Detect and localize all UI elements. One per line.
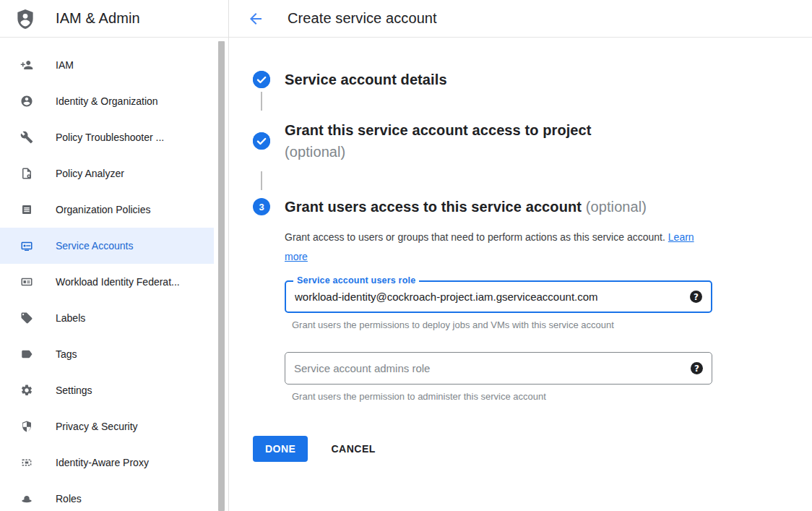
- sidebar-item-label: Policy Analyzer: [56, 168, 124, 179]
- topbar: Create service account: [229, 0, 812, 38]
- sidebar-scrollbar-thumb[interactable]: [218, 41, 225, 511]
- wrench-icon: [20, 131, 33, 144]
- step-3-body: Grant access to users or groups that nee…: [285, 228, 812, 402]
- users-role-field-label: Service account users role: [293, 275, 419, 285]
- sidebar-title: IAM & Admin: [56, 10, 140, 27]
- sidebar-item-identity-organization[interactable]: Identity & Organization: [0, 83, 214, 119]
- sidebar-item-privacy-security[interactable]: Privacy & Security: [0, 408, 214, 445]
- wizard-actions: DONE CANCEL: [253, 436, 812, 462]
- step-2-optional-label: (optional): [285, 144, 345, 160]
- document-lines-icon: [20, 203, 33, 216]
- shield-person-icon: [14, 7, 36, 30]
- cancel-button[interactable]: CANCEL: [331, 443, 375, 455]
- tag-arrow-icon: [20, 348, 33, 361]
- wizard: Service account details Grant this servi…: [229, 38, 812, 462]
- app-window: IAM & Admin IAM Identity & Organization …: [0, 0, 812, 511]
- step-complete-check-icon: [253, 71, 270, 88]
- proxy-grid-icon: [20, 456, 33, 469]
- sidebar-item-organization-policies[interactable]: Organization Policies: [0, 192, 214, 228]
- sidebar-item-identity-aware-proxy[interactable]: Identity-Aware Proxy: [0, 445, 214, 481]
- policy-analyzer-icon: [20, 167, 33, 180]
- users-role-input[interactable]: [295, 291, 683, 303]
- label-tag-icon: [20, 312, 33, 325]
- sidebar-item-label: Labels: [56, 312, 85, 324]
- sidebar-item-roles[interactable]: Roles: [0, 481, 214, 511]
- sidebar-item-label: Privacy & Security: [56, 421, 138, 432]
- done-button[interactable]: DONE: [253, 436, 308, 462]
- sidebar-item-label: Workload Identity Federat...: [56, 276, 180, 288]
- page-title: Create service account: [288, 10, 437, 27]
- step-3-title-text: Grant users access to this service accou…: [285, 199, 582, 215]
- sidebar-item-label: Roles: [56, 493, 82, 504]
- step-3-number-badge: 3: [253, 198, 270, 215]
- sidebar-item-settings[interactable]: Settings: [0, 372, 214, 408]
- step-1-title: Service account details: [285, 71, 447, 88]
- wizard-step-3-header: 3 Grant users access to this service acc…: [253, 196, 812, 218]
- person-add-icon: [20, 59, 33, 72]
- sidebar-item-policy-troubleshooter[interactable]: Policy Troubleshooter ...: [0, 119, 214, 155]
- gear-icon: [20, 384, 33, 397]
- sidebar-item-tags[interactable]: Tags: [0, 336, 214, 372]
- back-arrow-icon[interactable]: [247, 10, 264, 27]
- main-column: Create service account Service account d…: [229, 0, 812, 511]
- help-icon[interactable]: ?: [691, 362, 703, 374]
- sidebar-item-label: Policy Troubleshooter ...: [56, 132, 164, 143]
- sidebar-item-labels[interactable]: Labels: [0, 300, 214, 336]
- users-role-field: Service account users role ?: [285, 280, 712, 313]
- admins-role-input[interactable]: [294, 362, 683, 374]
- users-role-helper-text: Grant users the permissions to deploy jo…: [292, 319, 812, 330]
- step-2-title-text: Grant this service account access to pro…: [285, 122, 592, 138]
- step-3-description: Grant access to users or groups that nee…: [285, 228, 700, 267]
- hat-icon: [20, 492, 33, 505]
- sidebar-item-iam[interactable]: IAM: [0, 47, 214, 83]
- account-circle-icon: [20, 95, 33, 108]
- sidebar-item-label: Tags: [56, 348, 77, 360]
- step-2-title: Grant this service account access to pro…: [285, 119, 592, 163]
- help-icon[interactable]: ?: [690, 291, 702, 303]
- sidebar: IAM & Admin IAM Identity & Organization …: [0, 0, 229, 511]
- shield-half-icon: [20, 420, 33, 433]
- sidebar-item-label: Identity-Aware Proxy: [56, 457, 149, 468]
- badge-card-icon: [20, 275, 33, 288]
- sidebar-item-label: Identity & Organization: [56, 95, 158, 107]
- sidebar-item-policy-analyzer[interactable]: Policy Analyzer: [0, 155, 214, 192]
- step-3-title: Grant users access to this service accou…: [285, 196, 647, 218]
- wizard-step-2-header[interactable]: Grant this service account access to pro…: [253, 119, 812, 163]
- service-account-icon: [20, 239, 33, 252]
- sidebar-item-workload-identity-federation[interactable]: Workload Identity Federat...: [0, 264, 214, 300]
- sidebar-item-label: Service Accounts: [56, 240, 133, 252]
- admins-role-helper-text: Grant users the permission to administer…: [292, 391, 812, 402]
- sidebar-item-label: IAM: [56, 59, 74, 71]
- wizard-step-1-header[interactable]: Service account details: [253, 71, 812, 88]
- sidebar-nav: IAM Identity & Organization Policy Troub…: [0, 38, 228, 511]
- sidebar-item-service-accounts[interactable]: Service Accounts: [0, 228, 214, 264]
- sidebar-item-label: Settings: [56, 385, 92, 396]
- step-3-optional-label: (optional): [586, 199, 647, 215]
- step-connector-line: [261, 92, 262, 111]
- step-complete-check-icon: [253, 132, 270, 150]
- admins-role-field: ?: [285, 352, 712, 385]
- step-connector-line: [261, 171, 262, 190]
- sidebar-header: IAM & Admin: [0, 0, 228, 38]
- sidebar-item-label: Organization Policies: [56, 204, 151, 215]
